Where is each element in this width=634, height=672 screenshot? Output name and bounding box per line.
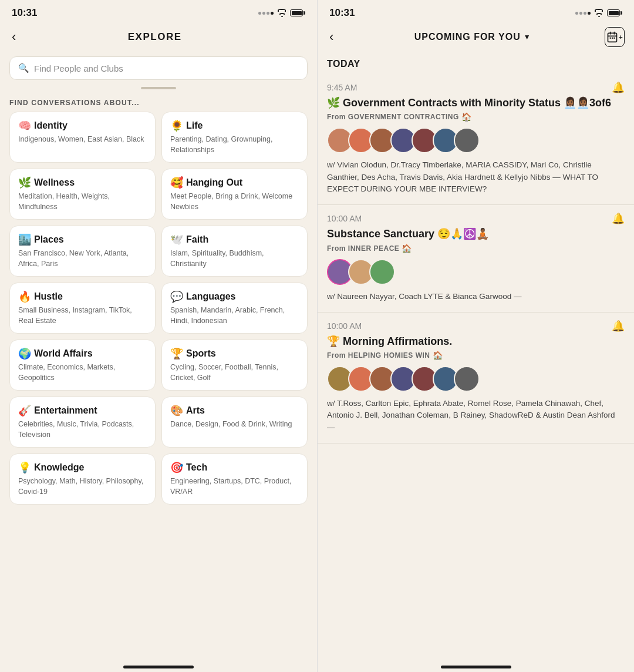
wifi-dot [281,16,283,17]
avatars-row [327,259,625,285]
home-bar-right [441,666,511,668]
bell-icon[interactable]: 🔔 [612,81,625,94]
wifi-icon-right [593,9,604,17]
bell-icon[interactable]: 🔔 [612,320,625,332]
search-placeholder-text: Find People and Clubs [34,63,123,73]
category-name: Hustle [34,291,63,302]
category-card[interactable]: 🌿 Wellness Meditation, Health, Weights, … [9,169,156,220]
category-title: 🏆 Sports [170,347,299,360]
category-tags: San Francisco, New York, Atlanta, Africa… [18,248,147,269]
avatars-row [327,127,625,153]
event-time-row: 10:00 AM 🔔 [327,212,625,225]
back-button-right[interactable]: ‹ [327,27,336,47]
category-tags: Meditation, Health, Weights, Mindfulness [18,191,147,212]
category-card[interactable]: 💡 Knowledge Psychology, Math, History, P… [9,453,156,505]
category-card[interactable]: 🎨 Arts Dance, Design, Food & Drink, Writ… [161,397,308,448]
scroll-indicator [0,87,317,89]
search-bar[interactable]: 🔍 Find People and Clubs [9,56,308,80]
category-card[interactable]: 🔥 Hustle Small Business, Instagram, TikT… [9,283,156,334]
dot1 [258,12,261,15]
status-bar-right: 10:31 [318,0,634,22]
calendar-button[interactable]: + [605,27,625,47]
home-icon: 🏠 [402,244,412,253]
category-icon: 🔥 [18,290,31,303]
event-time: 10:00 AM [327,321,362,331]
category-name: Identity [34,120,68,131]
battery-body [290,9,303,16]
category-icon: 🧠 [18,119,31,132]
event-card[interactable]: 10:00 AM 🔔 🏆 Morning Affirmations. From … [318,313,634,443]
header-right-panel: ‹ UPCOMING FOR YOU ▼ + [318,22,634,53]
avatar [369,259,395,285]
dot2 [262,12,265,15]
avatars-row [327,366,625,392]
category-card[interactable]: 🌻 Life Parenting, Dating, Grownuping, Re… [161,112,308,163]
category-title: 🏙️ Places [18,233,147,246]
wifi-arc-large [278,9,286,12]
category-card[interactable]: 🕊️ Faith Islam, Spirituality, Buddhism, … [161,226,308,277]
category-icon: 💬 [170,290,183,303]
back-button-left[interactable]: ‹ [9,27,18,47]
category-tags: Small Business, Instagram, TikTok, Real … [18,305,147,326]
signal-dots-right [575,12,591,15]
event-from: From INNER PEACE 🏠 [327,244,625,253]
right-screen: 10:31 [317,0,634,672]
category-card[interactable]: 🏙️ Places San Francisco, New York, Atlan… [9,226,156,277]
search-container: 🔍 Find People and Clubs [0,53,317,85]
category-icon: 🌍 [18,347,31,360]
category-tags: Psychology, Math, History, Philosophy, C… [18,476,147,497]
category-card[interactable]: 🌍 World Affairs Climate, Economics, Mark… [9,340,156,391]
category-title: 💡 Knowledge [18,461,147,474]
category-title: 🌿 Wellness [18,176,147,189]
avatar [454,366,480,392]
category-title: 💬 Languages [170,290,299,303]
event-description: w/ Vivian Olodun, Dr.Tracy Timberlake, M… [327,159,625,195]
category-title: 🎯 Tech [170,461,299,474]
event-card[interactable]: 10:00 AM 🔔 Substance Sanctuary 😌🙏☮️🧘🏾 Fr… [318,205,634,313]
category-name: Languages [186,291,235,302]
category-tags: Engineering, Startups, DTC, Product, VR/… [170,476,299,497]
category-name: Arts [186,405,205,416]
category-card[interactable]: 🎸 Entertainment Celebrities, Music, Triv… [9,397,156,448]
upcoming-title[interactable]: UPCOMING FOR YOU ▼ [345,32,600,42]
home-bar [123,666,194,668]
explore-title: EXPLORE [23,31,286,43]
category-tags: Celebrities, Music, Trivia, Podcasts, Te… [18,419,147,440]
category-name: Knowledge [34,462,84,473]
category-icon: 🥰 [170,176,183,189]
time-right: 10:31 [329,7,355,19]
category-card[interactable]: 🧠 Identity Indigenous, Women, East Asian… [9,112,156,163]
scroll-bar [141,87,176,89]
home-icon: 🏠 [461,112,472,122]
bell-icon[interactable]: 🔔 [612,212,625,225]
event-time-row: 10:00 AM 🔔 [327,320,625,332]
category-title: 🕊️ Faith [170,233,299,246]
category-card[interactable]: 🥰 Hanging Out Meet People, Bring a Drink… [161,169,308,220]
section-label: FIND CONVERSATIONS ABOUT... [0,92,317,112]
event-card[interactable]: 9:45 AM 🔔 🌿 Government Contracts with Mi… [318,74,634,205]
category-grid: 🧠 Identity Indigenous, Women, East Asian… [0,112,317,514]
signal-dots [258,12,274,15]
category-icon: 🌻 [170,119,183,132]
category-icon: 🏙️ [18,233,31,246]
battery-fill [292,11,302,15]
category-icon: 🏆 [170,347,183,360]
category-name: Entertainment [34,405,97,416]
wifi-arc-medium [279,13,285,15]
event-time-row: 9:45 AM 🔔 [327,81,625,94]
category-card[interactable]: 🏆 Sports Cycling, Soccer, Football, Tenn… [161,340,308,391]
today-label: TODAY [318,53,634,74]
category-card[interactable]: 💬 Languages Spanish, Mandarin, Arabic, F… [161,283,308,334]
category-icon: 💡 [18,461,31,474]
category-icon: 🕊️ [170,233,183,246]
status-icons-right [575,9,622,17]
category-tags: Indigenous, Women, East Asian, Black [18,135,147,145]
category-title: 🌻 Life [170,119,299,132]
category-icon: 🎸 [18,404,31,417]
category-name: Sports [186,348,216,359]
header-left: ‹ EXPLORE [0,22,317,53]
category-title: 🥰 Hanging Out [170,176,299,189]
category-card[interactable]: 🎯 Tech Engineering, Startups, DTC, Produ… [161,453,308,505]
dot3 [267,12,269,15]
event-title: 🌿 Government Contracts with Minority Sta… [327,96,625,110]
